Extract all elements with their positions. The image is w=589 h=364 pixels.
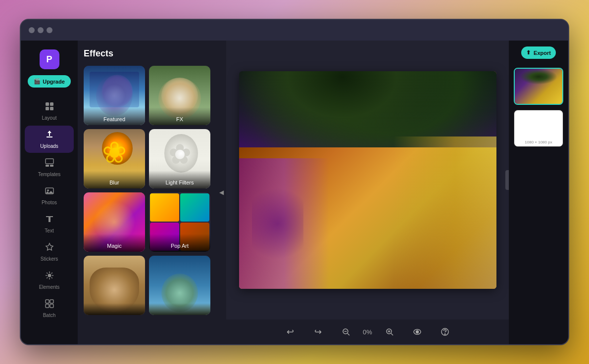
logo-letter: P [46,54,52,65]
svg-rect-13 [50,304,53,308]
undo-icon: ↩ [287,326,294,337]
svg-rect-5 [46,165,49,167]
upgrade-label: Upgrade [43,79,65,85]
thumbnail-size-label: 1080 × 1080 px [525,140,552,144]
text-label: Text [45,228,53,233]
export-label: Export [534,50,551,56]
photos-label: Photos [42,200,57,205]
zoom-in-button[interactable] [382,324,397,340]
sidebar-item-elements[interactable]: Elements [25,267,74,294]
sidebar-item-layout[interactable]: Layout [25,97,74,125]
sidebar-item-uploads[interactable]: Uploads [25,126,74,153]
effect-card-magic[interactable]: Magic [84,192,145,252]
nav-arrow-icon: ▶ [509,177,509,183]
effect-dog-label [84,303,145,315]
undo-button[interactable]: ↩ [283,324,298,340]
svg-point-9 [48,274,51,277]
sidebar-item-text[interactable]: Text [25,210,74,237]
sidebar-item-templates[interactable]: Templates [25,154,74,181]
effects-title: Effects [84,48,210,59]
svg-point-24 [444,334,445,334]
effect-fx-label: FX [149,107,210,125]
right-panel: ⬆ Export 1080 × 1080 px [509,41,568,344]
svg-rect-11 [50,300,53,303]
effect-card-bird[interactable] [149,256,210,315]
uploads-icon [45,130,54,142]
svg-point-22 [416,331,418,333]
panel-collapse-handle[interactable]: ◀ [216,41,226,344]
browser-dots [29,27,52,33]
redo-icon: ↪ [314,326,322,337]
effect-blur-label: Blur [84,171,145,188]
stickers-icon [45,242,54,255]
effect-card-fx[interactable]: FX [149,66,210,125]
collapse-arrow: ◀ [219,189,224,196]
effect-card-popart[interactable]: Pop Art [149,192,210,252]
popart-q2 [180,193,209,222]
uploads-label: Uploads [40,143,58,149]
svg-rect-12 [46,304,49,308]
svg-rect-6 [50,165,53,167]
browser-dot-2 [38,27,44,33]
templates-label: Templates [38,172,61,177]
sidebar-item-photos[interactable]: Photos [25,182,74,209]
svg-rect-0 [46,102,49,106]
photos-icon [45,186,54,198]
svg-line-15 [347,333,349,335]
export-icon: ⬆ [526,49,531,56]
browser-dot-3 [47,27,52,33]
sidebar-nav: Layout Uploads [21,97,78,322]
thumbnail-card-1[interactable] [514,68,563,105]
effect-bird-label [149,303,210,315]
batch-icon [45,299,54,311]
sidebar-item-stickers[interactable]: Stickers [25,238,74,266]
sidebar-item-batch[interactable]: Batch [25,295,74,322]
thumbnail-card-2[interactable]: 1080 × 1080 px [514,110,563,147]
text-icon [45,214,54,227]
layout-icon [45,101,54,114]
elements-label: Elements [39,284,60,290]
canvas-area: ▶ ↩ ↪ 0% [226,41,509,344]
upgrade-button[interactable]: 🎬 Upgrade [28,75,71,88]
toolbar-bottom: ↩ ↪ 0% [226,319,509,344]
upgrade-icon: 🎬 [34,78,41,85]
browser-dot-1 [29,27,35,33]
effects-grid: Featured FX Blur [84,66,210,315]
svg-rect-2 [46,107,49,110]
effect-card-dog[interactable] [84,256,145,315]
svg-rect-3 [50,107,53,110]
browser-titlebar [21,20,568,41]
zoom-controls: 0% [338,324,397,340]
effects-panel: Effects Featured FX [78,41,216,344]
sidebar-top: P 🎬 Upgrade [21,45,78,97]
logo-button[interactable]: P [40,49,59,69]
canvas-image[interactable] [239,71,496,289]
effect-magic-label: Magic [84,234,145,252]
effect-card-blur[interactable]: Blur [84,129,145,188]
thumbnail-1-bg [515,69,562,104]
layout-label: Layout [42,115,56,121]
redo-button[interactable]: ↪ [310,324,326,340]
sidebar: P 🎬 Upgrade [21,41,78,344]
effect-card-light[interactable]: Light Filters [149,129,210,188]
canvas-nav-arrow[interactable]: ▶ [505,170,509,190]
svg-line-18 [391,333,393,335]
export-button[interactable]: ⬆ Export [521,46,556,59]
preview-button[interactable] [409,324,425,340]
zoom-out-button[interactable] [338,324,354,340]
popart-q1 [150,193,179,222]
zoom-value: 0% [358,328,378,336]
svg-point-8 [47,189,49,191]
svg-rect-4 [46,159,53,164]
browser-window: P 🎬 Upgrade [20,19,569,345]
effect-popart-label: Pop Art [149,234,210,252]
stickers-label: Stickers [41,256,58,262]
effect-card-featured[interactable]: Featured [84,66,145,125]
batch-label: Batch [43,313,56,318]
templates-icon [45,158,54,170]
svg-rect-1 [50,102,53,106]
help-button[interactable] [437,324,453,340]
effect-light-label: Light Filters [149,171,210,188]
effect-featured-label: Featured [84,107,145,125]
canvas-image-bg [239,71,496,289]
